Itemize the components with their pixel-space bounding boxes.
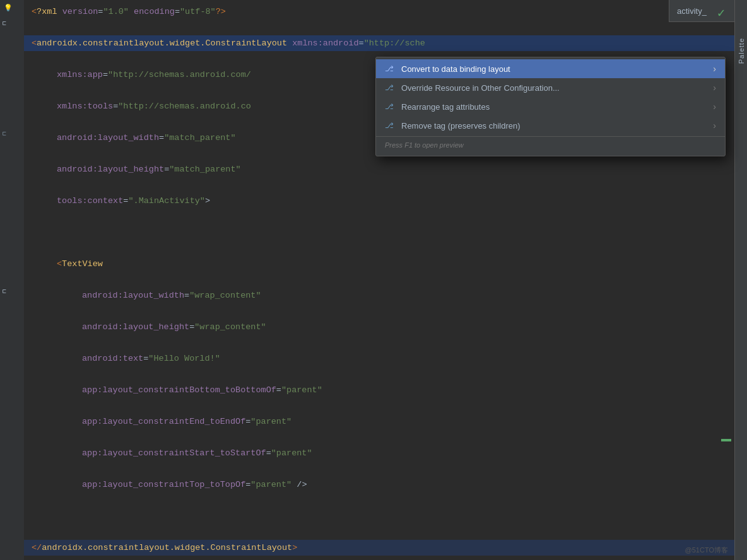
override-resource-arrow: › [713, 83, 716, 93]
menu-item-remove-tag[interactable]: ⎇ Remove tag (preserves children) › [376, 116, 725, 135]
convert-binding-arrow: › [713, 64, 716, 74]
validation-checkmark: ✓ [717, 5, 725, 21]
rearrange-attrs-label: Rearrange tag attributes [401, 102, 708, 112]
code-line-16: app:layout_constraintTop_toTopOf="parent… [24, 477, 734, 493]
code-line-8 [24, 225, 734, 240]
code-line-14: app:layout_constraintEnd_toEndOf="parent… [24, 414, 734, 429]
convert-binding-label: Convert to data binding layout [401, 64, 708, 74]
gutter-icon-constraint1: ⊏ [3, 20, 6, 27]
code-line-2: <androidx.constraintlayout.widget.Constr… [24, 35, 734, 51]
watermark: @51CTO博客 [685, 545, 728, 555]
code-line-15: app:layout_constraintStart_toStartOf="pa… [24, 445, 734, 461]
menu-item-convert-binding[interactable]: ⎇ Convert to data binding layout › [376, 59, 725, 78]
gutter [0, 0, 24, 560]
menu-hint: Press F1 to open preview [376, 138, 725, 154]
code-line-10: android:layout_width="wrap_content" [24, 288, 734, 303]
code-line-17 [24, 508, 734, 524]
context-menu: ⎇ Convert to data binding layout › ⎇ Ove… [375, 57, 726, 156]
convert-binding-icon: ⎇ [385, 64, 396, 73]
code-line-18: </androidx.constraintlayout.widget.Const… [24, 540, 734, 556]
green-indicator [721, 439, 731, 441]
code-line-9: <TextView [24, 256, 734, 272]
override-resource-label: Override Resource in Other Configuration… [401, 83, 708, 93]
code-line-11: android:layout_height="wrap_content" [24, 319, 734, 335]
activity-tab-label: activity_ [677, 6, 707, 16]
gutter-icon-constraint2: ⊏ [3, 288, 6, 295]
palette-label: Palette [738, 38, 745, 64]
code-line-13: app:layout_constraintBottom_toBottomOf="… [24, 382, 734, 398]
gutter-icon-xml: 💡 [4, 4, 13, 12]
menu-separator [376, 136, 725, 137]
remove-tag-arrow: › [713, 120, 716, 131]
menu-item-override-resource[interactable]: ⎇ Override Resource in Other Configurati… [376, 78, 725, 97]
palette-strip[interactable]: Palette [734, 0, 747, 560]
remove-tag-icon: ⎇ [385, 121, 396, 130]
rearrange-attrs-arrow: › [713, 102, 716, 112]
menu-item-rearrange-attrs[interactable]: ⎇ Rearrange tag attributes › [376, 97, 725, 116]
code-line-12: android:text="Hello World!" [24, 351, 734, 366]
remove-tag-label: Remove tag (preserves children) [401, 121, 708, 131]
code-line-1: <?xml version="1.0" encoding="utf-8"?> [24, 4, 734, 20]
code-line-6: android:layout_height="match_parent" [24, 161, 734, 177]
code-line-7: tools:context=".MainActivity"> [24, 193, 734, 209]
rearrange-attrs-icon: ⎇ [385, 102, 396, 111]
gutter-icon-textview: ⊏ [3, 130, 6, 137]
override-resource-icon: ⎇ [385, 83, 396, 92]
